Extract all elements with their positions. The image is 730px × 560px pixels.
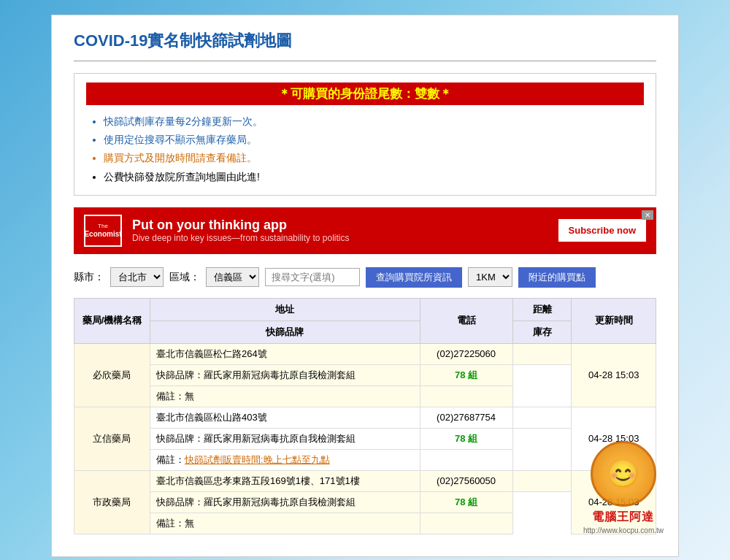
th-update: 更新時間 xyxy=(572,298,656,343)
ad-banner: The Economist Put on your thinking app D… xyxy=(74,207,656,254)
pharmacy-remark-3: 備註：無 xyxy=(150,513,420,534)
th-address: 地址 xyxy=(150,298,420,321)
page-title: COVID-19實名制快篩試劑地圖 xyxy=(74,30,656,52)
th-name: 藥局/機構名稱 xyxy=(74,298,150,343)
pharmacy-phone-2: (02)27687754 xyxy=(420,407,512,428)
district-label: 區域： xyxy=(169,271,200,284)
th-distance: 距離 xyxy=(512,298,572,321)
pharmacy-distance-3 xyxy=(512,470,572,491)
remark-text-1: 無 xyxy=(185,391,194,402)
table-row: 快篩品牌：羅氏家用新冠病毒抗原自我檢測套組 78 組 xyxy=(74,364,656,386)
pharmacy-name-3: 市政藥局 xyxy=(74,470,150,534)
pharmacy-address-3: 臺北市信義區忠孝東路五段169號1樓、171號1樓 xyxy=(150,470,420,491)
pharmacy-update-1: 04-28 15:03 xyxy=(572,343,656,407)
filter-row: 縣市： 台北市 新北市 桃園市 台中市 台南市 高雄市 區域： 信義區 大安區 … xyxy=(74,267,656,288)
logo-the: The xyxy=(98,223,108,230)
pharmacy-address-2: 臺北市信義區松山路403號 xyxy=(150,407,420,428)
pharmacy-phone-3: (02)27560050 xyxy=(420,470,512,491)
ad-text-block: Put on your thinking app Dive deep into … xyxy=(132,218,558,243)
pharmacy-remark-2: 備註：快篩試劑販賣時間:晚上七點至九點 xyxy=(150,449,420,470)
pharmacy-name-2: 立信藥局 xyxy=(74,407,150,470)
distance-select[interactable]: 1KM 2KM 3KM 5KM xyxy=(468,267,512,287)
table-row: 快篩品牌：羅氏家用新冠病毒抗原自我檢測套組 78 組 xyxy=(74,491,656,513)
th-stock: 庫存 xyxy=(512,321,572,343)
notice-item-3: 購買方式及開放時間請查看備註。 xyxy=(104,149,644,167)
county-label: 縣市： xyxy=(74,271,104,284)
pharmacy-stock-1: 78 組 xyxy=(420,364,512,386)
notice-title: ＊可購買的身份證尾數：雙數＊ xyxy=(86,83,644,105)
search-input[interactable] xyxy=(265,268,360,286)
remark-link-2[interactable]: 快篩試劑販賣時間:晚上七點至九點 xyxy=(185,454,330,465)
pharmacy-brand-1: 快篩品牌：羅氏家用新冠病毒抗原自我檢測套組 xyxy=(150,364,420,386)
table-row: 立信藥局 臺北市信義區松山路403號 (02)27687754 04-28 15… xyxy=(74,407,656,428)
ad-close-button[interactable]: ✕ xyxy=(642,210,653,220)
pharmacy-brand-3: 快篩品牌：羅氏家用新冠病毒抗原自我檢測套組 xyxy=(150,491,420,513)
watermark-url: http://www.kocpu.com.tw xyxy=(583,526,664,534)
table-row: 備註：無 xyxy=(74,513,656,534)
district-select[interactable]: 信義區 大安區 中正區 中山區 松山區 內湖區 xyxy=(206,267,259,287)
table-row: 備註：無 xyxy=(74,386,656,407)
watermark-brand: 電腦王阿達 xyxy=(592,510,654,525)
pharmacy-distance-2 xyxy=(512,407,572,428)
notice-list: 快篩試劑庫存量每2分鐘更新一次。 使用定位搜尋不顯示無庫存藥局。 購買方式及開放… xyxy=(86,112,644,186)
economist-logo: The Economist xyxy=(84,215,122,247)
table-row: 必欣藥局 臺北市信義區松仁路264號 (02)27225060 04-28 15… xyxy=(74,343,656,364)
pharmacy-address-1: 臺北市信義區松仁路264號 xyxy=(150,343,420,364)
watermark-face: 😊 xyxy=(607,461,639,487)
th-phone: 電話 xyxy=(420,298,512,343)
th-brand: 快篩品牌 xyxy=(150,321,420,343)
pharmacy-stock-3: 78 組 xyxy=(420,491,512,513)
pharmacy-table: 藥局/機構名稱 地址 電話 距離 更新時間 快篩品牌 庫存 必欣藥局 臺北市信義… xyxy=(74,298,656,534)
logo-economist: Economist xyxy=(84,230,121,239)
main-container: COVID-19實名制快篩試劑地圖 ＊可購買的身份證尾數：雙數＊ 快篩試劑庫存量… xyxy=(51,15,679,557)
notice-item-1: 快篩試劑庫存量每2分鐘更新一次。 xyxy=(104,112,644,131)
county-select[interactable]: 台北市 新北市 桃園市 台中市 台南市 高雄市 xyxy=(110,267,164,287)
pharmacy-phone-1: (02)27225060 xyxy=(420,343,512,364)
pharmacy-stock-2: 78 組 xyxy=(420,428,512,449)
title-divider xyxy=(74,61,656,61)
pharmacy-distance-1 xyxy=(512,343,572,364)
table-row: 市政藥局 臺北市信義區忠孝東路五段169號1樓、171號1樓 (02)27560… xyxy=(74,470,656,491)
subscribe-button[interactable]: Subscribe now xyxy=(558,219,646,242)
ad-headline: Put on your thinking app xyxy=(132,218,558,233)
notice-box: ＊可購買的身份證尾數：雙數＊ 快篩試劑庫存量每2分鐘更新一次。 使用定位搜尋不顯… xyxy=(74,73,656,196)
notice-item-4: 公費快篩發放院所查詢地圖由此進! xyxy=(104,168,644,186)
ad-subtext: Dive deep into key issues—from sustainab… xyxy=(132,233,558,243)
pharmacy-brand-2: 快篩品牌：羅氏家用新冠病毒抗原自我檢測套組 xyxy=(150,428,420,449)
watermark: 😊 電腦王阿達 http://www.kocpu.com.tw xyxy=(583,441,664,534)
table-row: 備註：快篩試劑販賣時間:晚上七點至九點 xyxy=(74,449,656,470)
remark-text-3: 無 xyxy=(185,518,194,529)
pharmacy-remark-1: 備註：無 xyxy=(150,386,420,407)
pharmacy-name-1: 必欣藥局 xyxy=(74,343,150,407)
nearby-button[interactable]: 附近的購買點 xyxy=(518,267,596,288)
table-row: 快篩品牌：羅氏家用新冠病毒抗原自我檢測套組 78 組 xyxy=(74,428,656,449)
watermark-circle: 😊 xyxy=(591,441,656,507)
query-button[interactable]: 查詢購買院所資訊 xyxy=(366,267,462,288)
notice-item-2: 使用定位搜尋不顯示無庫存藥局。 xyxy=(104,131,644,149)
